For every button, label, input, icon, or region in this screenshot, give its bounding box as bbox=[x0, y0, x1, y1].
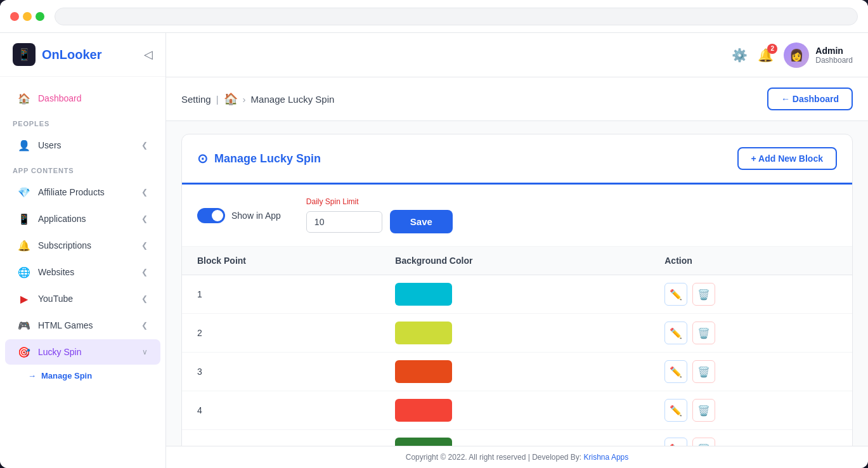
address-bar[interactable] bbox=[55, 8, 858, 25]
sidebar-item-websites[interactable]: 🌐 Websites ❮ bbox=[5, 259, 160, 285]
edit-button[interactable]: ✏️ bbox=[664, 283, 687, 306]
websites-label: Websites bbox=[38, 267, 134, 277]
edit-button[interactable]: ✏️ bbox=[664, 399, 687, 422]
content-card: ⊙ Manage Lucky Spin + Add New Block Show… bbox=[181, 134, 853, 446]
sidebar-item-lucky-spin[interactable]: 🎯 Lucky Spin ∨ bbox=[5, 339, 160, 365]
edit-button[interactable]: ✏️ bbox=[664, 438, 687, 446]
blocks-table: Block Point Background Color Action 1✏️🗑… bbox=[182, 247, 852, 446]
breadcrumb-page: Manage Lucky Spin bbox=[251, 94, 335, 105]
lucky-spin-title-icon: ⊙ bbox=[197, 151, 208, 166]
footer-text: Copyright © 2022. All right reserved | D… bbox=[406, 453, 584, 462]
youtube-icon: ▶ bbox=[18, 292, 30, 305]
color-swatch bbox=[395, 322, 452, 344]
col-background-color: Background Color bbox=[380, 247, 649, 275]
table-row: 5✏️🗑️ bbox=[182, 430, 852, 446]
affiliate-icon: 💎 bbox=[18, 186, 30, 198]
delete-button[interactable]: 🗑️ bbox=[692, 399, 715, 422]
color-swatch bbox=[395, 360, 452, 383]
show-in-app-toggle: Show in App bbox=[197, 208, 281, 223]
home-icon: 🏠 bbox=[18, 92, 30, 105]
lucky-spin-label: Lucky Spin bbox=[38, 347, 134, 357]
user-section: 👩 Admin Dashboard bbox=[784, 42, 853, 68]
notification-badge: 2 bbox=[767, 44, 777, 54]
settings-icon-button[interactable]: ⚙️ bbox=[732, 48, 748, 63]
dashboard-button[interactable]: ← Dashboard bbox=[767, 88, 853, 110]
footer-link[interactable]: Krishna Apps bbox=[584, 453, 629, 462]
delete-button[interactable]: 🗑️ bbox=[692, 322, 715, 344]
sidebar-item-affiliate-products[interactable]: 💎 Affiliate Products ❮ bbox=[5, 179, 160, 205]
add-new-block-button[interactable]: + Add New Block bbox=[737, 147, 837, 170]
sidebar-item-applications[interactable]: 📱 Applications ❮ bbox=[5, 206, 160, 231]
app-layout: 📱 OnLooker ◁ 🏠 Dashboard PEOPLES 👤 Users… bbox=[0, 33, 868, 468]
lucky-spin-chevron-icon: ∨ bbox=[142, 348, 148, 356]
sidebar-item-dashboard[interactable]: 🏠 Dashboard bbox=[5, 86, 160, 111]
spin-limit-input[interactable] bbox=[306, 211, 382, 233]
sidebar: 📱 OnLooker ◁ 🏠 Dashboard PEOPLES 👤 Users… bbox=[0, 33, 166, 468]
minimize-dot[interactable] bbox=[23, 12, 32, 21]
breadcrumb-home-icon[interactable]: 🏠 bbox=[224, 92, 238, 106]
maximize-dot[interactable] bbox=[36, 12, 44, 21]
sidebar-item-subscriptions[interactable]: 🔔 Subscriptions ❮ bbox=[5, 233, 160, 258]
topbar-icons: ⚙️ 🔔 2 bbox=[732, 48, 774, 63]
sidebar-item-manage-spin[interactable]: Manage Spin bbox=[0, 366, 165, 386]
footer: Copyright © 2022. All right reserved | D… bbox=[166, 446, 868, 468]
notifications-button[interactable]: 🔔 2 bbox=[758, 48, 774, 63]
applications-icon: 📱 bbox=[18, 212, 30, 225]
sidebar-nav: 🏠 Dashboard PEOPLES 👤 Users ❮ APP CONTEN… bbox=[0, 77, 165, 468]
cell-background-color bbox=[380, 430, 649, 446]
delete-button[interactable]: 🗑️ bbox=[692, 360, 715, 383]
cell-block-point: 5 bbox=[182, 430, 380, 446]
sidebar-item-youtube[interactable]: ▶ YouTube ❮ bbox=[5, 286, 160, 311]
youtube-chevron-icon: ❮ bbox=[141, 294, 148, 303]
spin-limit-row: Save bbox=[306, 210, 453, 233]
html-games-label: HTML Games bbox=[38, 320, 134, 330]
delete-button[interactable]: 🗑️ bbox=[692, 438, 715, 446]
table-header-row: Block Point Background Color Action bbox=[182, 247, 852, 275]
applications-chevron-icon: ❮ bbox=[141, 214, 148, 223]
section-peoples: PEOPLES bbox=[0, 112, 165, 131]
affiliate-chevron-icon: ❮ bbox=[141, 188, 148, 197]
subscriptions-label: Subscriptions bbox=[38, 240, 134, 250]
sidebar-header: 📱 OnLooker ◁ bbox=[0, 33, 165, 77]
cell-block-point: 1 bbox=[182, 275, 380, 314]
subscriptions-icon: 🔔 bbox=[18, 239, 30, 252]
delete-button[interactable]: 🗑️ bbox=[692, 283, 715, 306]
spin-limit-group: Daily Spin Limit Save bbox=[306, 197, 453, 233]
manage-spin-label: Manage Spin bbox=[41, 371, 92, 380]
topbar: ⚙️ 🔔 2 👩 Admin Dashboard bbox=[166, 33, 868, 77]
logo-icon: 📱 bbox=[13, 43, 36, 66]
affiliate-label: Affiliate Products bbox=[38, 187, 134, 197]
window-controls bbox=[10, 12, 44, 21]
breadcrumb-arrow: › bbox=[243, 94, 246, 105]
table-row: 2✏️🗑️ bbox=[182, 314, 852, 353]
breadcrumb: Setting | 🏠 › Manage Lucky Spin bbox=[181, 92, 334, 106]
edit-button[interactable]: ✏️ bbox=[664, 322, 687, 344]
user-name: Admin bbox=[815, 46, 853, 56]
applications-label: Applications bbox=[38, 214, 134, 224]
page-header: Setting | 🏠 › Manage Lucky Spin ← Dashbo… bbox=[166, 77, 868, 121]
users-chevron-icon: ❮ bbox=[141, 141, 148, 150]
col-action: Action bbox=[649, 247, 852, 275]
show-in-app-switch[interactable] bbox=[197, 208, 225, 223]
cell-background-color bbox=[380, 353, 649, 391]
color-swatch bbox=[395, 399, 452, 422]
cell-action: ✏️🗑️ bbox=[649, 430, 852, 446]
save-button[interactable]: Save bbox=[390, 210, 453, 233]
edit-button[interactable]: ✏️ bbox=[664, 360, 687, 383]
card-title: ⊙ Manage Lucky Spin bbox=[197, 151, 321, 166]
card-title-text: Manage Lucky Spin bbox=[214, 152, 321, 166]
toggle-sidebar-button[interactable]: ◁ bbox=[144, 48, 153, 62]
html-games-chevron-icon: ❮ bbox=[141, 321, 148, 330]
dashboard-label: Dashboard bbox=[38, 93, 148, 103]
table-row: 1✏️🗑️ bbox=[182, 275, 852, 314]
cell-background-color bbox=[380, 391, 649, 430]
titlebar bbox=[0, 0, 868, 33]
card-header: ⊙ Manage Lucky Spin + Add New Block bbox=[182, 134, 852, 185]
cell-background-color bbox=[380, 275, 649, 314]
add-block-label: + Add New Block bbox=[751, 153, 823, 164]
sidebar-item-users[interactable]: 👤 Users ❮ bbox=[5, 133, 160, 158]
sidebar-item-html-games[interactable]: 🎮 HTML Games ❮ bbox=[5, 313, 160, 338]
col-block-point: Block Point bbox=[182, 247, 380, 275]
user-avatar: 👩 bbox=[784, 42, 809, 68]
close-dot[interactable] bbox=[10, 12, 19, 21]
